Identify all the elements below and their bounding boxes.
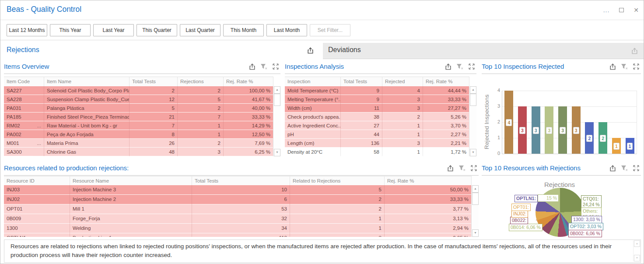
items-scrollbar[interactable]: ▲ ▼ — [273, 86, 280, 156]
expand-icon[interactable] — [468, 63, 476, 70]
table-row[interactable]: INJ02Injection Machine 26233,33 % — [4, 195, 472, 204]
scroll-thumb[interactable] — [470, 94, 476, 106]
clear-filter-icon[interactable] — [456, 63, 464, 70]
more-options-icon[interactable]: ... — [602, 6, 610, 14]
column-header[interactable]: Item Code — [4, 77, 44, 86]
bar[interactable]: 4 — [504, 91, 513, 154]
rejections: 5 — [178, 95, 224, 104]
export-icon[interactable] — [248, 63, 256, 70]
close-icon[interactable]: ✕ — [632, 6, 640, 14]
tab-rejections[interactable]: Rejections — [0, 43, 323, 59]
export-icon[interactable] — [444, 63, 452, 70]
column-header[interactable]: Rej. Rate % — [385, 176, 472, 186]
scroll-up-button[interactable]: ▲ — [472, 185, 479, 193]
table-row[interactable]: OPTLN1Production Line 111332,65 % — [4, 233, 472, 237]
table-row[interactable]: 1300Welding3412,94 % — [4, 224, 472, 233]
table-row[interactable]: Melting Temperature (°...9333,33 % — [285, 95, 469, 104]
scroll-up-button[interactable]: ▲ — [470, 86, 476, 94]
tab-deviations[interactable]: Deviations — [323, 43, 644, 59]
bar[interactable]: 2 — [598, 122, 607, 154]
expand-icon[interactable] — [470, 164, 478, 172]
column-header[interactable]: Related to Rejections — [290, 176, 385, 186]
table-row[interactable]: PA002Peça de Aço Forjada8112,50 % — [4, 130, 273, 139]
filter-button-last-quarter[interactable]: Last Quarter — [180, 24, 220, 36]
table-row[interactable]: SA227Solenoid Coil Plastic Body_Corpo Pl… — [4, 86, 273, 95]
clear-filter-icon[interactable] — [458, 164, 466, 172]
column-header[interactable]: Resource ID — [4, 176, 70, 186]
table-row[interactable]: M001...Materia Prima2627,69 % — [4, 139, 273, 148]
bar[interactable]: 3 — [532, 106, 540, 154]
column-header[interactable]: Resource Name — [70, 176, 192, 186]
table-row[interactable]: pH4412,27 % — [285, 130, 469, 139]
clear-filter-icon[interactable] — [620, 63, 628, 70]
column-header[interactable]: Rej. Rate % — [423, 77, 469, 86]
bar[interactable]: 1 — [626, 138, 634, 154]
column-header[interactable]: Item Name — [44, 77, 130, 86]
top10-resources-panel: Top 10 Resources with Rejections Rejecti… — [482, 163, 641, 239]
resources-scrollbar[interactable]: ▲ ▼ — [471, 185, 479, 237]
inspections-scrollbar[interactable]: ▲ ▼ — [469, 86, 476, 156]
bar[interactable]: 3 — [518, 106, 527, 154]
set-filter-button[interactable]: Set Filter... — [310, 24, 350, 36]
table-row[interactable]: Width (cm)11327,27 % — [285, 104, 469, 113]
table-row[interactable]: Mold Temperature (°C)9444,44 % — [285, 86, 469, 95]
scroll-thumb[interactable] — [472, 193, 479, 205]
footer-scrollbar[interactable]: ▲ ▼ — [633, 240, 640, 261]
rej-rate: 33,33 % — [423, 95, 469, 104]
panel-toolbar — [446, 164, 478, 172]
export-icon[interactable] — [446, 164, 454, 172]
table-row[interactable]: OPT01Mill 15323,77 % — [4, 204, 472, 214]
clear-filter-icon[interactable] — [260, 63, 268, 70]
scroll-up-button[interactable]: ▲ — [274, 86, 280, 94]
expand-icon[interactable] — [632, 164, 640, 172]
scroll-down-button[interactable]: ▼ — [274, 149, 280, 156]
table-row[interactable]: INJ03Injection Machine 310550,00 % — [4, 185, 472, 195]
filter-button-last-month[interactable]: Last Month — [266, 24, 307, 36]
column-header[interactable]: Rejected — [382, 77, 423, 86]
bar[interactable]: 3 — [545, 106, 553, 154]
scroll-down-button[interactable]: ▼ — [634, 255, 640, 261]
bar[interactable]: 2 — [585, 122, 594, 154]
bar[interactable]: 3 — [572, 106, 581, 154]
rejected: 2 — [382, 113, 423, 121]
bar[interactable]: 1 — [612, 138, 621, 154]
export-icon[interactable] — [306, 46, 314, 54]
table-row[interactable]: PA185Finished Steel Piece_Pieza Terminad… — [4, 113, 273, 121]
filter-button-this-month[interactable]: This Month — [223, 24, 264, 36]
filter-button-this-year[interactable]: This Year — [50, 24, 91, 36]
column-header[interactable]: Total Tests — [192, 176, 290, 186]
pie-label-ctq01: CTQ01:24,24 % — [581, 195, 602, 208]
table-row[interactable]: Density at 20°C5811,72 % — [285, 148, 469, 156]
table-row[interactable]: 0B009Forge_Forja3213,13 % — [4, 214, 472, 224]
column-header[interactable]: Rej. Rate % — [224, 77, 273, 86]
filter-button-last-12-months[interactable]: Last 12 Months — [7, 24, 47, 36]
table-row[interactable]: SA300Chlorine Gas4836,25 % — [4, 148, 273, 156]
table-row[interactable]: Active Ingredient Conc...2713,70 % — [285, 121, 469, 130]
column-header[interactable]: Total Tests — [341, 77, 382, 86]
column-header[interactable]: Total Tests — [130, 77, 178, 86]
expand-icon[interactable] — [632, 63, 640, 70]
scroll-up-button[interactable]: ▲ — [634, 240, 640, 247]
column-header[interactable]: Rejections — [178, 77, 224, 86]
scroll-thumb[interactable] — [274, 94, 280, 106]
export-icon[interactable] — [609, 164, 616, 172]
table-row[interactable]: SA228Suspension Clamp Plastic Body_Cue..… — [4, 95, 273, 104]
export-icon[interactable] — [630, 47, 638, 55]
expand-icon[interactable] — [272, 63, 280, 70]
table-row[interactable]: PA031Palanga Plástica5240,00 % — [4, 104, 273, 113]
total-tests: 8 — [130, 130, 178, 139]
table-row[interactable]: Length (cm)13632,21 % — [285, 139, 469, 148]
table-row[interactable]: RM02...Raw Material - Unit bom Kg - gr71… — [4, 121, 273, 130]
scroll-down-button[interactable]: ▼ — [470, 149, 476, 156]
export-icon[interactable] — [609, 63, 616, 70]
pie-label-line: 15 % — [539, 195, 557, 201]
maximize-icon[interactable] — [617, 6, 625, 14]
clear-filter-icon[interactable] — [620, 164, 628, 172]
bar[interactable]: 3 — [558, 106, 567, 154]
filter-button-this-quarter[interactable]: This Quarter — [136, 24, 177, 36]
scroll-down-button[interactable]: ▼ — [472, 229, 479, 237]
column-header[interactable]: Inspection — [285, 77, 341, 86]
rej-rate: 3,13 % — [385, 214, 472, 224]
filter-button-last-year[interactable]: Last Year — [93, 24, 134, 36]
table-row[interactable]: Check product's appea...3825,26 % — [285, 113, 469, 121]
